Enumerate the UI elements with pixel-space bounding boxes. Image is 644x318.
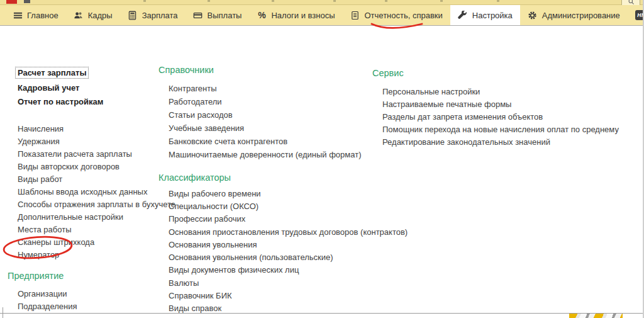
window-bottom-border [0,313,644,314]
nav-link[interactable]: Помощник перехода на новые начисления оп… [372,123,605,135]
nav-link[interactable]: Начисления [8,122,156,135]
spravochniki-links-list: КонтрагентыРаботодателиСтатьи расходовУч… [158,82,370,161]
calculator-icon [128,10,138,20]
tab-otchetnost[interactable]: Отчетность, справки [343,5,450,25]
card-icon [193,10,203,20]
nav-link[interactable]: Удержания [8,135,156,147]
tab-label: Настройка [472,11,513,20]
main-menubar: Главное Кадры [0,5,644,26]
percent-icon: % [257,10,267,20]
nav-link[interactable]: Виды авторских договоров [8,160,156,173]
tab-vyplaty[interactable]: Выплаты [186,5,250,25]
nav-link[interactable]: Персональные настройки [372,85,605,98]
window-top-sliver [0,0,644,5]
nav-link[interactable]: Банковские счета контрагентов [158,135,370,148]
tab-label: Кадры [88,11,113,20]
tab-label: Отчетность, справки [365,11,443,20]
app-logo-fragment [6,0,17,4]
nav-link[interactable]: Нумератор [8,248,156,261]
tab-label: Выплаты [208,11,242,20]
nav-link[interactable]: Основания приостановления трудовых догов… [158,225,370,238]
nav-link[interactable]: Машиночитаемые доверенности (единый форм… [158,148,370,161]
servis-links-list: Персональные настройкиНастраиваемые печа… [372,85,605,148]
app-window: Главное Кадры [0,0,644,318]
section-header-servis: Сервис [372,68,605,78]
report-icon [350,10,360,20]
tab-glavnoe[interactable]: Главное [5,5,66,25]
section-header-klassifikatory: Классификаторы [158,173,370,183]
nav-link[interactable]: Учебные заведения [158,122,370,135]
title-icon-fragment [24,0,30,3]
nav-link[interactable]: Основания увольнения (пользовательские) [158,251,370,263]
nav-link[interactable]: Виды работ [8,173,156,185]
wrench-icon [458,10,468,20]
nav-link[interactable]: Дополнительные настройки [8,210,156,223]
klassifikatory-links-list: Виды рабочего времениСпециальности (ОКСО… [158,187,370,318]
nav-link[interactable]: Способы отражения зарплаты в бухучете [8,198,156,210]
tab-label: Зарплата [142,11,178,20]
gear-icon [528,10,538,20]
nav-link[interactable]: Места работы [8,223,156,236]
search-icon [628,0,635,5]
nav-link[interactable]: Работодатели [158,95,370,108]
section-header-spravochniki: Справочники [158,65,370,75]
tab-administrirovanie[interactable]: Администрирование [520,5,628,25]
nav-link[interactable]: Статьи расходов [158,108,370,122]
link-kadrovy-uchet[interactable]: Кадровый учет [18,83,79,93]
nav-link[interactable]: Основания увольнения [158,238,370,251]
left-column: Расчет зарплаты Кадровый учет Отчет по н… [8,67,156,318]
tab-nastroika[interactable]: Настройка [450,5,520,25]
tab-label: Налоги и взносы [271,11,335,20]
link-raschet-zarplaty[interactable]: Расчет зарплаты [15,67,89,79]
tab-hrlink[interactable]: HR HRlink [628,5,644,25]
nav-link[interactable]: Виды рабочего времени [158,187,370,200]
nav-link[interactable]: Виды документов физических лиц [158,264,370,276]
nav-link[interactable]: Контрагенты [158,82,370,95]
tab-label: Главное [27,11,58,20]
link-otchet-po-nastroikam[interactable]: Отчет по настройкам [18,97,103,106]
nav-link[interactable]: Организации [8,287,156,300]
nav-link[interactable]: Валюты [158,276,370,289]
bottom-strip [0,314,644,318]
taskbar-fragment [569,314,623,318]
nav-link[interactable]: Шаблоны ввода исходных данных [8,185,156,198]
nav-link[interactable]: Справочник БИК [158,289,370,302]
people-icon [74,10,84,20]
nav-link[interactable]: Сканеры штрихкода [8,236,156,248]
tab-label: Администрирование [542,11,620,20]
left-links-list: НачисленияУдержанияПоказатели расчета за… [8,122,156,261]
nav-link[interactable]: Редактирование законодательных значений [372,135,605,148]
middle-column: Справочники КонтрагентыРаботодателиСтать… [158,65,370,318]
tab-kadry[interactable]: Кадры [66,5,120,25]
nav-link[interactable]: Разделы дат запрета изменения объектов [372,110,605,123]
scrollbar-fragment[interactable] [3,307,3,318]
nav-link[interactable]: Профессии рабочих [158,213,370,225]
right-column: Сервис Персональные настройкиНастраиваем… [372,68,605,148]
hamburger-icon [13,10,23,20]
section-header-predpriyatie: Предприятие [8,271,156,281]
tab-nalogi[interactable]: % Налоги и взносы [249,5,342,25]
tab-zarplata[interactable]: Зарплата [120,5,186,25]
nav-link[interactable]: Настраиваемые печатные формы [372,98,605,110]
nav-link[interactable]: Специальности (ОКСО) [158,200,370,212]
nav-link[interactable]: Показатели расчета зарплаты [8,147,156,160]
nav-link[interactable]: Подразделения [8,300,156,312]
